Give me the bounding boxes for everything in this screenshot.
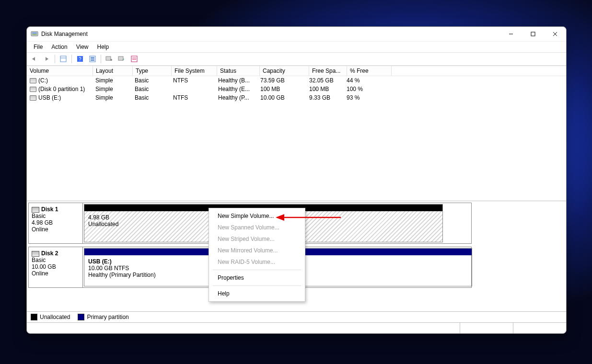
minimize-button[interactable] (500, 27, 522, 41)
refresh-icon[interactable] (87, 54, 98, 64)
volume-table: Volume Layout Type File System Status Ca… (27, 66, 566, 201)
toolbar: ? (27, 52, 566, 66)
context-menu-item: New Striped Volume... (209, 233, 305, 245)
close-button[interactable] (544, 27, 566, 41)
legend-primary: Primary partition (78, 314, 128, 321)
svg-rect-12 (91, 57, 94, 58)
col-layout[interactable]: Layout (93, 66, 133, 76)
statusbar-cell-1 (460, 323, 513, 333)
menu-view[interactable]: View (72, 43, 93, 51)
menu-help[interactable]: Help (93, 43, 113, 51)
back-icon[interactable] (29, 54, 39, 64)
col-filesystem[interactable]: File System (172, 66, 217, 76)
svg-point-16 (110, 59, 112, 61)
context-menu-separator (213, 285, 301, 286)
statusbar-cell-2 (513, 323, 566, 333)
settings-top-icon[interactable] (104, 54, 115, 64)
svg-rect-7 (60, 56, 66, 62)
volume-row[interactable]: (Disk 0 partition 1)SimpleBasicHealthy (… (27, 85, 566, 93)
legend-swatch-navy (78, 314, 84, 320)
list-icon[interactable] (129, 54, 139, 64)
legend-swatch-black (31, 314, 37, 320)
maximize-button[interactable] (522, 27, 544, 41)
menubar: File Action View Help (27, 41, 566, 52)
app-icon (31, 30, 38, 38)
volume-row[interactable]: (C:)SimpleBasicNTFSHealthy (B...73.59 GB… (27, 76, 566, 85)
col-status[interactable]: Status (217, 66, 260, 76)
menu-file[interactable]: File (30, 43, 46, 51)
legend: Unallocated Primary partition (27, 311, 566, 322)
show-hide-tree-icon[interactable] (58, 54, 69, 64)
titlebar: Disk Management (27, 27, 566, 41)
col-capacity[interactable]: Capacity (260, 66, 309, 76)
forward-icon[interactable] (41, 54, 52, 64)
context-menu: New Simple Volume...New Spanned Volume..… (209, 208, 305, 302)
col-type[interactable]: Type (133, 66, 172, 76)
context-menu-item[interactable]: Help (209, 288, 305, 299)
context-menu-item: New RAID-5 Volume... (209, 256, 305, 268)
context-menu-separator (213, 270, 301, 270)
context-menu-item: New Spanned Volume... (209, 222, 305, 233)
help-icon[interactable]: ? (75, 54, 85, 64)
svg-rect-18 (131, 56, 137, 62)
statusbar (27, 322, 566, 333)
volume-row[interactable]: USB (E:)SimpleBasicNTFSHealthy (P...10.0… (27, 93, 566, 102)
svg-rect-2 (32, 34, 37, 35)
disk-info[interactable]: Disk 1Basic4.98 GBOnline (28, 203, 83, 244)
settings-bottom-icon[interactable] (116, 54, 127, 64)
svg-rect-1 (32, 33, 37, 34)
svg-rect-4 (531, 32, 535, 36)
menu-action[interactable]: Action (47, 43, 71, 51)
svg-text:?: ? (79, 57, 81, 62)
context-menu-item[interactable]: New Simple Volume... (209, 210, 305, 222)
window-title: Disk Management (41, 31, 88, 37)
drive-icon (30, 87, 36, 92)
drive-icon (30, 95, 36, 101)
col-pctfree[interactable]: % Free (347, 66, 392, 76)
svg-rect-15 (106, 57, 111, 60)
svg-rect-13 (91, 58, 94, 59)
col-volume[interactable]: Volume (27, 66, 93, 76)
context-menu-item: New Mirrored Volume... (209, 245, 305, 256)
disk-icon (32, 207, 39, 213)
volume-table-body[interactable]: (C:)SimpleBasicNTFSHealthy (B...73.59 GB… (27, 76, 566, 201)
drive-icon (30, 78, 36, 83)
svg-rect-14 (91, 60, 94, 61)
legend-unallocated: Unallocated (31, 314, 70, 321)
col-free[interactable]: Free Spa... (309, 66, 347, 76)
svg-rect-0 (31, 32, 38, 36)
context-menu-item[interactable]: Properties (209, 272, 305, 284)
disk-info[interactable]: Disk 2Basic10.00 GBOnline (28, 247, 83, 288)
volume-table-header: Volume Layout Type File System Status Ca… (27, 66, 566, 76)
disk-icon (32, 251, 39, 257)
